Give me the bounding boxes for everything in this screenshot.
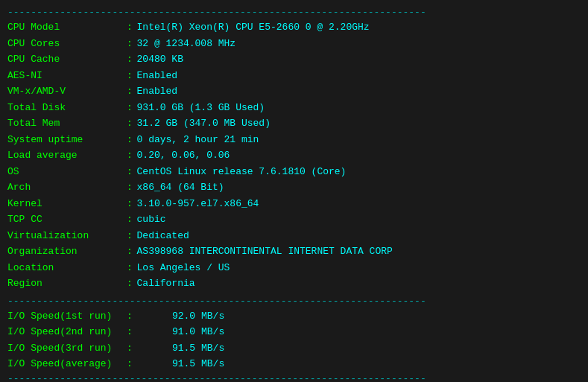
row-label: Organization: [7, 243, 127, 260]
row-value: Enabled: [137, 83, 581, 100]
row-value: 0.20, 0.06, 0.06: [137, 147, 581, 164]
row-label: Total Disk: [7, 100, 127, 116]
row-value: 0 days, 2 hour 21 min: [137, 132, 581, 148]
row-value: Los Angeles / US: [137, 260, 581, 276]
row-colon: :: [127, 308, 172, 325]
row-colon: :: [127, 356, 172, 372]
mid-divider: ----------------------------------------…: [7, 295, 581, 308]
row-value: 92.0 MB/s: [172, 308, 581, 325]
row-label: CPU Model: [7, 19, 127, 36]
row-value: 32 @ 1234.008 MHz: [137, 36, 581, 52]
table-row: Total Mem:31.2 GB (347.0 MB Used): [7, 115, 581, 132]
bottom-divider: ----------------------------------------…: [7, 372, 581, 382]
row-colon: :: [127, 132, 137, 148]
row-label: AES-NI: [7, 68, 127, 84]
row-value: 91.5 MB/s: [172, 340, 581, 357]
table-row: I/O Speed(3rd run):91.5 MB/s: [7, 340, 581, 357]
row-label: Kernel: [7, 196, 127, 212]
row-label: System uptime: [7, 132, 127, 148]
table-row: AES-NI:Enabled: [7, 68, 581, 84]
row-value: Dedicated: [137, 228, 581, 244]
row-colon: :: [127, 196, 137, 212]
table-row: VM-x/AMD-V:Enabled: [7, 83, 581, 100]
row-label: CPU Cache: [7, 51, 127, 68]
row-colon: :: [127, 83, 137, 100]
row-label: Load average: [7, 147, 127, 164]
table-row: System uptime:0 days, 2 hour 21 min: [7, 132, 581, 148]
table-row: CPU Model:Intel(R) Xeon(R) CPU E5-2660 0…: [7, 19, 581, 36]
row-colon: :: [127, 179, 137, 196]
row-label: OS: [7, 164, 127, 180]
table-row: Region:California: [7, 276, 581, 292]
row-colon: :: [127, 340, 172, 357]
row-label: I/O Speed(1st run): [7, 308, 127, 325]
system-info-table: CPU Model:Intel(R) Xeon(R) CPU E5-2660 0…: [7, 19, 581, 292]
row-label: I/O Speed(average): [7, 356, 127, 372]
row-value: 931.0 GB (1.3 GB Used): [137, 100, 581, 116]
table-row: I/O Speed(average):91.5 MB/s: [7, 356, 581, 372]
row-colon: :: [127, 211, 137, 228]
row-value: x86_64 (64 Bit): [137, 179, 581, 196]
row-colon: :: [127, 115, 137, 132]
table-row: Total Disk:931.0 GB (1.3 GB Used): [7, 100, 581, 116]
row-colon: :: [127, 100, 137, 116]
row-value: California: [137, 276, 581, 292]
row-value: 91.5 MB/s: [172, 356, 581, 372]
row-value: 3.10.0-957.el7.x86_64: [137, 196, 581, 212]
table-row: Organization:AS398968 INTERCONTINENTAL I…: [7, 243, 581, 260]
row-label: I/O Speed(2nd run): [7, 324, 127, 340]
row-colon: :: [127, 276, 137, 292]
row-colon: :: [127, 324, 172, 340]
row-label: I/O Speed(3rd run): [7, 340, 127, 357]
row-colon: :: [127, 51, 137, 68]
row-label: Arch: [7, 179, 127, 196]
table-row: Location:Los Angeles / US: [7, 260, 581, 276]
table-row: OS:CentOS Linux release 7.6.1810 (Core): [7, 164, 581, 180]
row-label: CPU Cores: [7, 36, 127, 52]
row-colon: :: [127, 260, 137, 276]
row-value: CentOS Linux release 7.6.1810 (Core): [137, 164, 581, 180]
row-colon: :: [127, 19, 137, 36]
row-colon: :: [127, 243, 137, 260]
row-value: Intel(R) Xeon(R) CPU E5-2660 0 @ 2.20GHz: [137, 19, 581, 36]
row-value: 91.0 MB/s: [172, 324, 581, 340]
table-row: Arch:x86_64 (64 Bit): [7, 179, 581, 196]
row-label: VM-x/AMD-V: [7, 83, 127, 100]
table-row: I/O Speed(2nd run):91.0 MB/s: [7, 324, 581, 340]
row-label: Location: [7, 260, 127, 276]
row-label: Virtualization: [7, 228, 127, 244]
table-row: Virtualization:Dedicated: [7, 228, 581, 244]
io-info-table: I/O Speed(1st run):92.0 MB/sI/O Speed(2n…: [7, 308, 581, 372]
row-colon: :: [127, 36, 137, 52]
top-divider: ----------------------------------------…: [7, 6, 581, 19]
row-value: cubic: [137, 211, 581, 228]
row-value: 31.2 GB (347.0 MB Used): [137, 115, 581, 132]
row-label: TCP CC: [7, 211, 127, 228]
row-label: Total Mem: [7, 115, 127, 132]
table-row: I/O Speed(1st run):92.0 MB/s: [7, 308, 581, 325]
table-row: Load average:0.20, 0.06, 0.06: [7, 147, 581, 164]
row-value: 20480 KB: [137, 51, 581, 68]
row-label: Region: [7, 276, 127, 292]
table-row: Kernel:3.10.0-957.el7.x86_64: [7, 196, 581, 212]
row-value: AS398968 INTERCONTINENTAL INTERNET DATA …: [137, 243, 581, 260]
row-value: Enabled: [137, 68, 581, 84]
row-colon: :: [127, 164, 137, 180]
row-colon: :: [127, 228, 137, 244]
row-colon: :: [127, 147, 137, 164]
row-colon: :: [127, 68, 137, 84]
table-row: TCP CC:cubic: [7, 211, 581, 228]
table-row: CPU Cache:20480 KB: [7, 51, 581, 68]
table-row: CPU Cores:32 @ 1234.008 MHz: [7, 36, 581, 52]
